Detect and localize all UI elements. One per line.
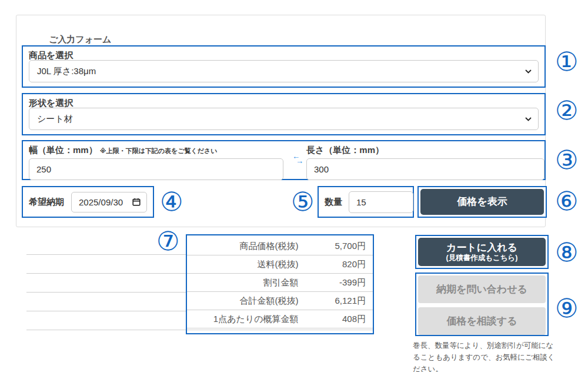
annotation-circle-9: ⑨ [555, 295, 578, 321]
price-row-value: -399円 [299, 277, 373, 288]
quantity-label: 数量 [325, 197, 342, 208]
price-row-label: 合計金額(税抜) [187, 295, 299, 307]
annotation-circle-6: ⑥ [555, 188, 578, 214]
width-input[interactable] [29, 158, 283, 180]
width-limit-note: ※上限・下限は下記の表をご覧ください [100, 147, 218, 154]
length-label: 長さ（単位：mm） [306, 141, 544, 157]
shape-select[interactable]: シート材 [29, 108, 539, 130]
length-field: 長さ（単位：mm） [306, 141, 544, 180]
size-input-group: 幅（単位：mm）※上限・下限は下記の表をご覧ください ← → 長さ（単位：mm） [22, 140, 546, 180]
quantity-group: 数量 [318, 186, 414, 218]
table-row: 商品価格(税抜) 5,700円 [187, 237, 373, 255]
consult-price-button[interactable]: 価格を相談する [418, 307, 546, 335]
chevron-down-icon [525, 69, 532, 74]
form-title: ご入力フォーム [49, 34, 111, 45]
width-field: 幅（単位：mm）※上限・下限は下記の表をご覧ください [23, 141, 292, 180]
shape-select-value: シート材 [37, 114, 73, 125]
length-input[interactable] [306, 158, 544, 180]
price-row-label: 送料(税抜) [187, 259, 299, 270]
add-to-cart-group: カートに入れる (見積書作成もこちら) [415, 235, 549, 269]
discount-note: 巻長、数量等により、別途割引が可能になることもありますので、お気軽にご相談くださ… [413, 340, 561, 372]
table-row: 合計金額(税抜) 6,121円 [187, 292, 373, 310]
price-row-label: 1点あたりの概算金額 [187, 314, 299, 325]
price-row-value: 408円 [299, 314, 373, 325]
price-row-value: 6,121円 [299, 295, 373, 307]
show-price-button[interactable]: 価格を表示 [420, 189, 544, 215]
annotation-circle-3: ③ [555, 147, 578, 173]
annotation-circle-7: ⑦ [156, 228, 179, 254]
product-select-value: J0L 厚さ:38μm [37, 66, 96, 77]
table-row: 割引金額 -399円 [187, 274, 373, 292]
show-price-button-group: 価格を表示 [417, 186, 547, 218]
swap-arrows-icon: ← → [292, 154, 306, 163]
delivery-date-input[interactable]: 2025/09/30 [71, 192, 147, 212]
price-row-label: 割引金額 [187, 277, 299, 288]
price-summary-table: 商品価格(税抜) 5,700円 送料(税抜) 820円 割引金額 -399円 合… [186, 234, 374, 334]
price-row-value: 5,700円 [299, 241, 373, 252]
delivery-date-group: 希望納期 2025/09/30 [22, 186, 154, 218]
shape-select-group: 形状を選択 シート材 [22, 93, 546, 135]
annotation-circle-4: ④ [160, 189, 183, 215]
delivery-date-label: 希望納期 [29, 197, 64, 208]
order-form-page: ご入力フォーム 商品を選択 J0L 厚さ:38μm 形状を選択 シート材 幅（単… [0, 0, 588, 372]
annotation-circle-1: ① [555, 49, 578, 75]
chevron-down-icon [525, 117, 532, 121]
product-select-group: 商品を選択 J0L 厚さ:38μm [22, 45, 546, 88]
add-to-cart-button[interactable]: カートに入れる (見積書作成もこちら) [418, 238, 546, 266]
price-row-label: 商品価格(税抜) [187, 241, 299, 252]
price-row-value: 820円 [299, 259, 373, 270]
annotation-circle-5: ⑤ [291, 189, 314, 215]
table-row: 1点あたりの概算金額 408円 [187, 310, 373, 328]
table-row: 送料(税抜) 820円 [187, 255, 373, 274]
annotation-circle-2: ② [555, 98, 578, 124]
inquire-delivery-button[interactable]: 納期を問い合わせる [418, 275, 546, 303]
width-label: 幅（単位：mm）※上限・下限は下記の表をご覧ください [23, 141, 292, 157]
inquiry-buttons-group: 納期を問い合わせる 価格を相談する [415, 273, 549, 336]
delivery-date-value: 2025/09/30 [79, 197, 123, 207]
product-select[interactable]: J0L 厚さ:38μm [29, 60, 539, 82]
quantity-input[interactable] [349, 191, 413, 213]
annotation-circle-8: ⑧ [555, 240, 578, 265]
calendar-icon [132, 198, 141, 206]
